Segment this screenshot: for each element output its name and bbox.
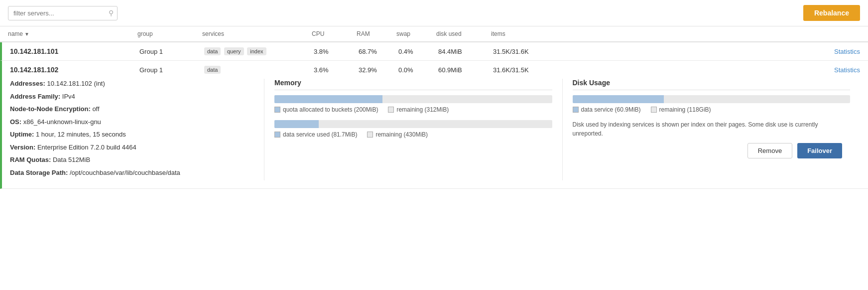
disk-bar1-swatch-remaining [651,107,657,113]
disk-note: Disk used by indexing services is shown … [573,120,851,138]
disk-bar1-remaining-label: remaining (118GiB) [659,106,711,113]
expanded-details: Addresses: 10.142.181.102 (int) Address … [2,79,868,188]
disk-bar1 [573,95,851,103]
disk-bar1-container: data service (60.9MiB) remaining (118GiB… [573,95,851,113]
disk-bar1-used-label: data service (60.9MiB) [581,106,641,113]
address-family-row: Address Family: IPv4 [10,92,254,102]
memory-bar2-used-legend: data service used (81.7MiB) [274,131,357,138]
disk-bar1-remaining-legend: remaining (118GiB) [651,106,711,113]
server-row-2: 10.142.181.102 Group 1 data 3.6% 32.9% 0… [0,61,868,189]
server-row-2-main: 10.142.181.102 Group 1 data 3.6% 32.9% 0… [2,61,868,79]
search-icon: ⚲ [109,9,114,17]
col-header-group: group [137,30,202,37]
col-header-disk-used: disk used [436,30,491,37]
server-disk-2: 60.9MiB [438,66,493,74]
service-tag-query: query [224,47,244,55]
memory-bar2 [274,120,552,128]
service-tag-data: data [204,47,221,55]
col-header-actions [556,30,860,37]
memory-bar2-remaining-legend: remaining (430MiB) [367,131,428,138]
statistics-link-2[interactable]: Statistics [558,66,860,74]
col-header-services: services [202,30,312,37]
server-name-2: 10.142.181.102 [10,66,139,74]
col-header-items: items [491,30,556,37]
memory-bar2-legend: data service used (81.7MiB) remaining (4… [274,131,552,138]
memory-bar2-remaining-label: remaining (430MiB) [375,131,428,138]
server-name-1: 10.142.181.101 [10,47,139,55]
memory-bar1-remaining-label: remaining (312MiB) [396,106,449,113]
ram-quotas-row: RAM Quotas: Data 512MiB [10,155,254,165]
remove-button[interactable]: Remove [747,143,792,158]
server-items-2: 31.6K/31.5K [493,66,558,74]
server-row-1-main: 10.142.181.101 Group 1 data query index … [2,42,868,60]
memory-bar1 [274,95,552,103]
server-group-1: Group 1 [139,48,204,55]
disk-bar1-used-legend: data service (60.9MiB) [573,106,641,113]
server-info-panel: Addresses: 10.142.181.102 (int) Address … [10,79,264,180]
server-items-1: 31.5K/31.6K [493,48,558,55]
server-cpu-2: 3.6% [314,66,359,74]
rebalance-button[interactable]: Rebalance [803,5,860,21]
memory-bar1-used-legend: quota allocated to buckets (200MiB) [274,106,378,113]
server-services-1: data query index [204,47,314,55]
server-cpu-1: 3.8% [314,48,359,55]
addresses-row: Addresses: 10.142.181.102 (int) [10,79,254,89]
memory-bar2-container: data service used (81.7MiB) remaining (4… [274,120,552,138]
sort-arrow-icon: ▼ [24,31,29,37]
memory-bar1-container: quota allocated to buckets (200MiB) rema… [274,95,552,113]
uptime-row: Uptime: 1 hour, 12 minutes, 15 seconds [10,130,254,140]
col-header-swap: swap [396,30,436,37]
disk-section: Disk Usage data service (60.9MiB) remain… [562,79,861,180]
memory-bar2-swatch-used [274,132,280,138]
memory-bar2-used-label: data service used (81.7MiB) [283,131,357,138]
memory-bar1-legend: quota allocated to buckets (200MiB) rema… [274,106,552,113]
memory-bar2-fill [274,120,319,128]
server-ram-2: 32.9% [359,66,398,74]
disk-bar1-legend: data service (60.9MiB) remaining (118GiB… [573,106,851,113]
memory-bar1-fill [274,95,382,103]
col-header-name: name ▼ [8,30,137,37]
statistics-link-1[interactable]: Statistics [558,48,860,55]
memory-bar1-swatch-used [274,107,280,113]
col-header-cpu: CPU [312,30,357,37]
disk-title: Disk Usage [573,79,851,90]
server-ram-1: 68.7% [359,48,398,55]
server-services-2: data [204,66,314,74]
col-header-ram: RAM [357,30,396,37]
data-storage-row: Data Storage Path: /opt/couchbase/var/li… [10,168,254,178]
memory-bar2-swatch-remaining [367,132,373,138]
service-tag-index: index [247,47,266,55]
server-swap-1: 0.4% [398,48,438,55]
memory-bar1-remaining-legend: remaining (312MiB) [388,106,449,113]
filter-servers-input[interactable] [8,6,118,20]
memory-section: Memory quota allocated to buckets (200Mi… [264,79,562,180]
encryption-row: Node-to-Node Encryption: off [10,104,254,114]
server-disk-1: 84.4MiB [438,48,493,55]
service-tag-data-2: data [204,66,221,74]
disk-bar1-swatch-used [573,107,579,113]
disk-bar1-fill [573,95,664,103]
action-buttons: Remove Failover [573,138,851,163]
version-row: Version: Enterprise Edition 7.2.0 build … [10,143,254,152]
server-row-1: 10.142.181.101 Group 1 data query index … [0,42,868,61]
memory-bar1-used-label: quota allocated to buckets (200MiB) [283,106,378,113]
filter-input-wrap: ⚲ [8,6,118,20]
failover-button[interactable]: Failover [797,143,842,158]
server-group-2: Group 1 [139,66,204,74]
top-bar: ⚲ Rebalance [0,0,868,26]
memory-bar1-swatch-remaining [388,107,394,113]
memory-title: Memory [274,79,552,90]
server-swap-2: 0.0% [398,66,438,74]
table-header: name ▼ group services CPU RAM swap disk … [0,26,868,42]
os-row: OS: x86_64-unknown-linux-gnu [10,117,254,127]
